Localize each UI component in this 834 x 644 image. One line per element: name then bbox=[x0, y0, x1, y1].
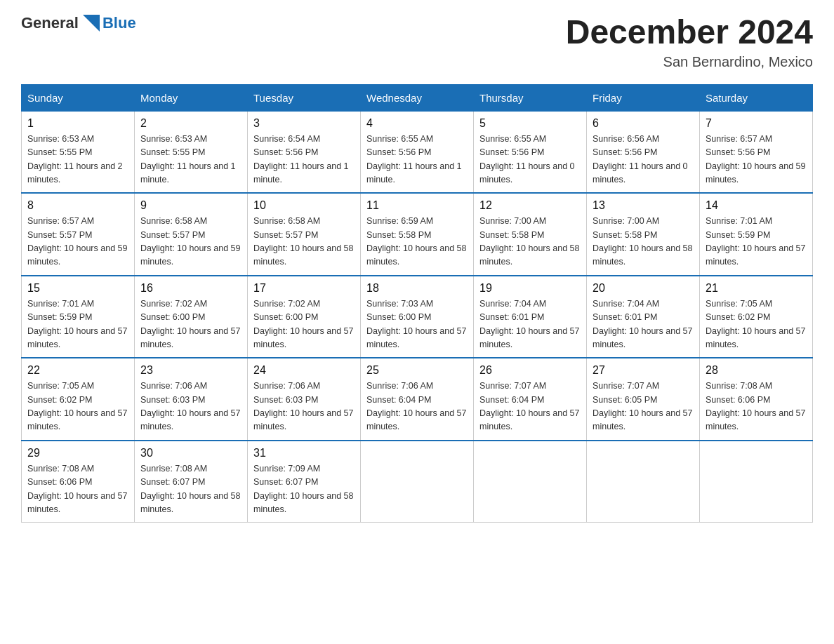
calendar-table: Sunday Monday Tuesday Wednesday Thursday… bbox=[21, 84, 813, 523]
day-info: Sunrise: 7:03 AM Sunset: 6:00 PM Dayligh… bbox=[366, 297, 468, 352]
logo-general: General bbox=[21, 14, 79, 32]
day-number: 13 bbox=[593, 199, 694, 212]
table-row: 29 Sunrise: 7:08 AM Sunset: 6:06 PM Dayl… bbox=[22, 441, 135, 523]
col-saturday: Saturday bbox=[700, 84, 813, 111]
table-row: 1 Sunrise: 6:53 AM Sunset: 5:55 PM Dayli… bbox=[22, 111, 135, 193]
day-number: 22 bbox=[27, 364, 128, 377]
table-row: 26 Sunrise: 7:07 AM Sunset: 6:04 PM Dayl… bbox=[474, 358, 587, 441]
day-info: Sunrise: 7:06 AM Sunset: 6:03 PM Dayligh… bbox=[253, 380, 355, 434]
day-info: Sunrise: 7:07 AM Sunset: 6:05 PM Dayligh… bbox=[593, 380, 694, 434]
table-row: 23 Sunrise: 7:06 AM Sunset: 6:03 PM Dayl… bbox=[135, 358, 248, 441]
table-row: 21 Sunrise: 7:05 AM Sunset: 6:02 PM Dayl… bbox=[700, 276, 813, 358]
day-info: Sunrise: 6:58 AM Sunset: 5:57 PM Dayligh… bbox=[140, 215, 241, 269]
table-row: 10 Sunrise: 6:58 AM Sunset: 5:57 PM Dayl… bbox=[248, 193, 361, 276]
day-number: 11 bbox=[366, 199, 468, 212]
day-number: 9 bbox=[140, 199, 241, 212]
day-number: 3 bbox=[253, 117, 355, 130]
day-info: Sunrise: 6:53 AM Sunset: 5:55 PM Dayligh… bbox=[140, 133, 241, 187]
day-info: Sunrise: 7:04 AM Sunset: 6:01 PM Dayligh… bbox=[479, 297, 581, 352]
day-info: Sunrise: 7:05 AM Sunset: 6:02 PM Dayligh… bbox=[706, 297, 807, 352]
day-number: 19 bbox=[479, 282, 581, 295]
table-row: 14 Sunrise: 7:01 AM Sunset: 5:59 PM Dayl… bbox=[700, 193, 813, 276]
day-info: Sunrise: 6:55 AM Sunset: 5:56 PM Dayligh… bbox=[366, 133, 468, 187]
day-number: 4 bbox=[366, 117, 468, 130]
day-number: 12 bbox=[479, 199, 581, 212]
table-row: 19 Sunrise: 7:04 AM Sunset: 6:01 PM Dayl… bbox=[474, 276, 587, 358]
day-number: 2 bbox=[140, 117, 241, 130]
day-info: Sunrise: 6:57 AM Sunset: 5:56 PM Dayligh… bbox=[706, 133, 807, 187]
day-info: Sunrise: 6:54 AM Sunset: 5:56 PM Dayligh… bbox=[253, 133, 355, 187]
day-info: Sunrise: 7:00 AM Sunset: 5:58 PM Dayligh… bbox=[593, 215, 694, 269]
day-number: 24 bbox=[253, 364, 355, 377]
col-thursday: Thursday bbox=[474, 84, 587, 111]
day-info: Sunrise: 6:58 AM Sunset: 5:57 PM Dayligh… bbox=[253, 215, 355, 269]
day-info: Sunrise: 7:09 AM Sunset: 6:07 PM Dayligh… bbox=[253, 462, 355, 517]
calendar-week-5: 29 Sunrise: 7:08 AM Sunset: 6:06 PM Dayl… bbox=[22, 441, 813, 523]
table-row bbox=[587, 441, 700, 523]
calendar-week-1: 1 Sunrise: 6:53 AM Sunset: 5:55 PM Dayli… bbox=[22, 111, 813, 193]
day-info: Sunrise: 7:08 AM Sunset: 6:07 PM Dayligh… bbox=[140, 462, 241, 517]
table-row: 12 Sunrise: 7:00 AM Sunset: 5:58 PM Dayl… bbox=[474, 193, 587, 276]
day-number: 17 bbox=[253, 282, 355, 295]
table-row bbox=[361, 441, 474, 523]
month-title: December 2024 bbox=[566, 14, 813, 51]
day-number: 14 bbox=[706, 199, 807, 212]
day-number: 23 bbox=[140, 364, 241, 377]
table-row bbox=[474, 441, 587, 523]
day-info: Sunrise: 6:57 AM Sunset: 5:57 PM Dayligh… bbox=[27, 215, 128, 269]
day-info: Sunrise: 6:56 AM Sunset: 5:56 PM Dayligh… bbox=[593, 133, 694, 187]
table-row: 30 Sunrise: 7:08 AM Sunset: 6:07 PM Dayl… bbox=[135, 441, 248, 523]
day-info: Sunrise: 6:59 AM Sunset: 5:58 PM Dayligh… bbox=[366, 215, 468, 269]
day-number: 26 bbox=[479, 364, 581, 377]
day-number: 8 bbox=[27, 199, 128, 212]
day-number: 29 bbox=[27, 447, 128, 459]
calendar-week-2: 8 Sunrise: 6:57 AM Sunset: 5:57 PM Dayli… bbox=[22, 193, 813, 276]
day-info: Sunrise: 7:02 AM Sunset: 6:00 PM Dayligh… bbox=[253, 297, 355, 352]
table-row: 13 Sunrise: 7:00 AM Sunset: 5:58 PM Dayl… bbox=[587, 193, 700, 276]
table-row: 31 Sunrise: 7:09 AM Sunset: 6:07 PM Dayl… bbox=[248, 441, 361, 523]
table-row: 8 Sunrise: 6:57 AM Sunset: 5:57 PM Dayli… bbox=[22, 193, 135, 276]
day-number: 16 bbox=[140, 282, 241, 295]
day-number: 18 bbox=[366, 282, 468, 295]
col-tuesday: Tuesday bbox=[248, 84, 361, 111]
page-header: General Blue December 2024 San Bernardin… bbox=[21, 14, 813, 70]
table-row: 20 Sunrise: 7:04 AM Sunset: 6:01 PM Dayl… bbox=[587, 276, 700, 358]
table-row: 25 Sunrise: 7:06 AM Sunset: 6:04 PM Dayl… bbox=[361, 358, 474, 441]
table-row: 4 Sunrise: 6:55 AM Sunset: 5:56 PM Dayli… bbox=[361, 111, 474, 193]
day-info: Sunrise: 7:01 AM Sunset: 5:59 PM Dayligh… bbox=[706, 215, 807, 269]
day-number: 30 bbox=[140, 447, 241, 459]
col-sunday: Sunday bbox=[22, 84, 135, 111]
day-number: 10 bbox=[253, 199, 355, 212]
table-row: 18 Sunrise: 7:03 AM Sunset: 6:00 PM Dayl… bbox=[361, 276, 474, 358]
table-row: 17 Sunrise: 7:02 AM Sunset: 6:00 PM Dayl… bbox=[248, 276, 361, 358]
table-row: 3 Sunrise: 6:54 AM Sunset: 5:56 PM Dayli… bbox=[248, 111, 361, 193]
table-row: 6 Sunrise: 6:56 AM Sunset: 5:56 PM Dayli… bbox=[587, 111, 700, 193]
day-info: Sunrise: 6:53 AM Sunset: 5:55 PM Dayligh… bbox=[27, 133, 128, 187]
svg-marker-0 bbox=[83, 15, 100, 32]
day-info: Sunrise: 7:04 AM Sunset: 6:01 PM Dayligh… bbox=[593, 297, 694, 352]
table-row: 9 Sunrise: 6:58 AM Sunset: 5:57 PM Dayli… bbox=[135, 193, 248, 276]
day-number: 31 bbox=[253, 447, 355, 459]
table-row: 7 Sunrise: 6:57 AM Sunset: 5:56 PM Dayli… bbox=[700, 111, 813, 193]
day-number: 25 bbox=[366, 364, 468, 377]
col-friday: Friday bbox=[587, 84, 700, 111]
day-number: 20 bbox=[593, 282, 694, 295]
day-number: 7 bbox=[706, 117, 807, 130]
location: San Bernardino, Mexico bbox=[566, 54, 813, 70]
calendar-header-row: Sunday Monday Tuesday Wednesday Thursday… bbox=[22, 84, 813, 111]
day-info: Sunrise: 7:07 AM Sunset: 6:04 PM Dayligh… bbox=[479, 380, 581, 434]
day-info: Sunrise: 6:55 AM Sunset: 5:56 PM Dayligh… bbox=[479, 133, 581, 187]
day-number: 6 bbox=[593, 117, 694, 130]
day-number: 1 bbox=[27, 117, 128, 130]
logo-triangle-icon bbox=[83, 15, 100, 32]
day-info: Sunrise: 7:08 AM Sunset: 6:06 PM Dayligh… bbox=[27, 462, 128, 517]
day-info: Sunrise: 7:05 AM Sunset: 6:02 PM Dayligh… bbox=[27, 380, 128, 434]
table-row: 27 Sunrise: 7:07 AM Sunset: 6:05 PM Dayl… bbox=[587, 358, 700, 441]
table-row: 16 Sunrise: 7:02 AM Sunset: 6:00 PM Dayl… bbox=[135, 276, 248, 358]
day-number: 27 bbox=[593, 364, 694, 377]
table-row: 22 Sunrise: 7:05 AM Sunset: 6:02 PM Dayl… bbox=[22, 358, 135, 441]
day-info: Sunrise: 7:00 AM Sunset: 5:58 PM Dayligh… bbox=[479, 215, 581, 269]
title-area: December 2024 San Bernardino, Mexico bbox=[566, 14, 813, 70]
day-info: Sunrise: 7:06 AM Sunset: 6:04 PM Dayligh… bbox=[366, 380, 468, 434]
table-row: 28 Sunrise: 7:08 AM Sunset: 6:06 PM Dayl… bbox=[700, 358, 813, 441]
